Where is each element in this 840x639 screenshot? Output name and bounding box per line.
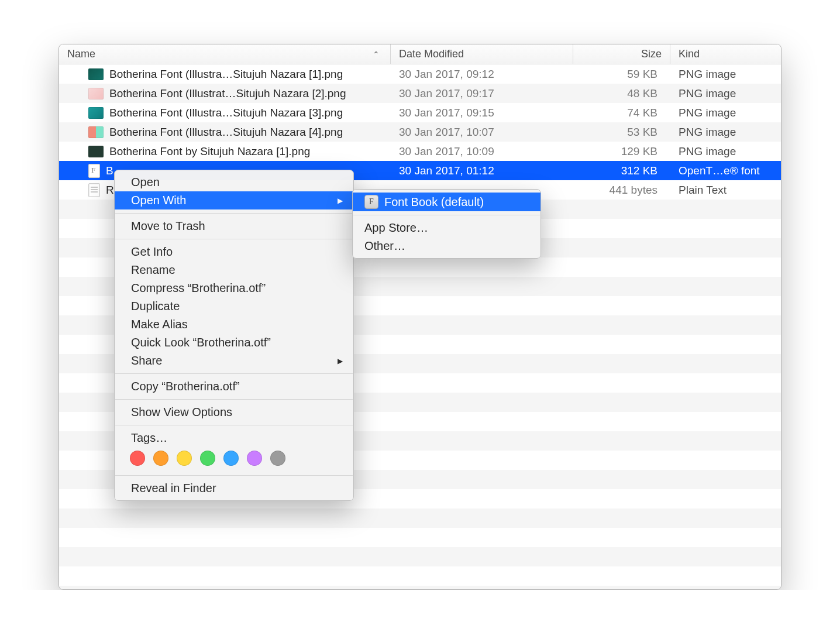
font-book-icon: F: [364, 195, 378, 209]
tag-color-dot[interactable]: [130, 451, 145, 466]
tag-color-dot[interactable]: [153, 451, 168, 466]
file-name-cell: Botherina Font (Illustra…Situjuh Nazara …: [59, 126, 391, 139]
file-icon: [88, 88, 104, 99]
empty-row: [59, 509, 781, 528]
file-name-label: Botherina Font (Illustra…Situjuh Nazara …: [109, 106, 343, 119]
column-header-row: Name ⌃ Date Modified Size Kind: [59, 44, 781, 64]
file-name-cell: Botherina Font (Illustrat…Situjuh Nazara…: [59, 87, 391, 100]
file-icon: [88, 126, 104, 138]
file-name-label: Botherina Font (Illustrat…Situjuh Nazara…: [109, 87, 346, 100]
menu-rename[interactable]: Rename: [115, 261, 353, 279]
file-kind-cell: PNG image: [670, 106, 781, 119]
file-kind-cell: OpenT…e® font: [670, 164, 781, 177]
menu-separator: [115, 239, 353, 239]
file-date-cell: 30 Jan 2017, 01:12: [391, 164, 574, 177]
menu-copy[interactable]: Copy “Brotherina.otf”: [115, 377, 353, 396]
open-with-submenu: F Font Book (default) App Store… Other…: [352, 189, 541, 259]
menu-separator: [115, 425, 353, 425]
submenu-app-store[interactable]: App Store…: [353, 219, 541, 237]
file-icon: [88, 164, 100, 178]
tag-color-dot[interactable]: [223, 451, 239, 466]
menu-quick-look[interactable]: Quick Look “Brotherina.otf”: [115, 334, 353, 352]
menu-duplicate[interactable]: Duplicate: [115, 297, 353, 315]
file-icon: [88, 146, 104, 157]
file-row[interactable]: Botherina Font (Illustra…Situjuh Nazara …: [59, 64, 781, 84]
menu-separator: [115, 475, 353, 476]
file-icon: [88, 183, 100, 197]
menu-compress[interactable]: Compress “Brotherina.otf”: [115, 279, 353, 297]
menu-get-info[interactable]: Get Info: [115, 243, 353, 261]
empty-row: [59, 547, 781, 566]
file-row[interactable]: Botherina Font (Illustra…Situjuh Nazara …: [59, 103, 781, 122]
column-header-name-label: Name: [67, 48, 95, 60]
file-size-cell: 312 KB: [574, 164, 670, 177]
file-name-label: R: [106, 184, 114, 197]
column-header-kind-label: Kind: [679, 48, 700, 60]
file-size-cell: 74 KB: [574, 106, 670, 119]
file-kind-cell: PNG image: [670, 126, 781, 139]
submenu-other-label: Other…: [364, 239, 405, 253]
file-kind-cell: Plain Text: [670, 184, 781, 197]
file-size-cell: 53 KB: [574, 126, 670, 139]
file-kind-cell: PNG image: [670, 145, 781, 158]
column-header-date[interactable]: Date Modified: [391, 44, 573, 64]
column-header-name[interactable]: Name ⌃: [59, 44, 391, 64]
file-name-label: Botherina Font by Situjuh Nazara [1].png: [109, 145, 310, 158]
submenu-font-book[interactable]: F Font Book (default): [353, 193, 541, 211]
file-name-cell: Botherina Font (Illustra…Situjuh Nazara …: [59, 106, 391, 119]
menu-open[interactable]: Open: [115, 173, 353, 191]
file-name-cell: Botherina Font by Situjuh Nazara [1].png: [59, 145, 391, 158]
file-date-cell: 30 Jan 2017, 10:09: [391, 145, 574, 158]
file-date-cell: 30 Jan 2017, 09:17: [391, 87, 574, 100]
file-row[interactable]: Botherina Font (Illustra…Situjuh Nazara …: [59, 122, 781, 142]
tag-color-row: [115, 447, 353, 472]
menu-open-with[interactable]: Open With: [115, 191, 353, 209]
tag-color-dot[interactable]: [247, 451, 262, 466]
finder-window: Name ⌃ Date Modified Size Kind Botherina…: [58, 44, 782, 590]
file-size-cell: 48 KB: [574, 87, 670, 100]
menu-make-alias[interactable]: Make Alias: [115, 315, 353, 334]
menu-show-view-options[interactable]: Show View Options: [115, 403, 353, 421]
sort-ascending-icon: ⌃: [373, 50, 380, 59]
file-icon: [88, 107, 104, 119]
tag-color-dot[interactable]: [200, 451, 215, 466]
menu-tags[interactable]: Tags…: [115, 429, 353, 447]
file-size-cell: 441 bytes: [574, 184, 670, 197]
menu-separator: [115, 213, 353, 214]
file-name-label: Botherina Font (Illustra…Situjuh Nazara …: [109, 126, 343, 139]
submenu-font-book-label: Font Book (default): [384, 195, 484, 209]
column-header-kind[interactable]: Kind: [670, 44, 781, 64]
tag-color-dot[interactable]: [270, 451, 285, 466]
menu-separator: [353, 215, 540, 215]
file-name-label: B: [106, 164, 113, 177]
menu-move-to-trash[interactable]: Move to Trash: [115, 217, 353, 235]
column-header-size[interactable]: Size: [573, 44, 670, 64]
menu-reveal-in-finder[interactable]: Reveal in Finder: [115, 479, 353, 497]
submenu-app-store-label: App Store…: [364, 221, 428, 235]
menu-separator: [115, 373, 353, 374]
column-header-date-label: Date Modified: [399, 48, 464, 60]
file-icon: [88, 68, 104, 80]
file-kind-cell: PNG image: [670, 87, 781, 100]
file-date-cell: 30 Jan 2017, 10:07: [391, 126, 574, 139]
file-date-cell: 30 Jan 2017, 09:12: [391, 68, 574, 81]
file-name-cell: Botherina Font (Illustra…Situjuh Nazara …: [59, 68, 391, 81]
menu-share[interactable]: Share: [115, 352, 353, 370]
empty-row: [59, 586, 781, 590]
submenu-other[interactable]: Other…: [353, 237, 541, 255]
file-row[interactable]: Botherina Font (Illustrat…Situjuh Nazara…: [59, 84, 781, 103]
file-name-label: Botherina Font (Illustra…Situjuh Nazara …: [109, 68, 343, 81]
file-kind-cell: PNG image: [670, 68, 781, 81]
file-size-cell: 129 KB: [574, 145, 670, 158]
tag-color-dot[interactable]: [177, 451, 192, 466]
menu-separator: [115, 399, 353, 400]
column-header-size-label: Size: [641, 48, 662, 60]
empty-row: [59, 528, 781, 547]
file-size-cell: 59 KB: [574, 68, 670, 81]
empty-row: [59, 566, 781, 586]
file-row[interactable]: Botherina Font by Situjuh Nazara [1].png…: [59, 142, 781, 161]
file-date-cell: 30 Jan 2017, 09:15: [391, 106, 574, 119]
context-menu: Open Open With Move to Trash Get Info Re…: [114, 170, 354, 501]
